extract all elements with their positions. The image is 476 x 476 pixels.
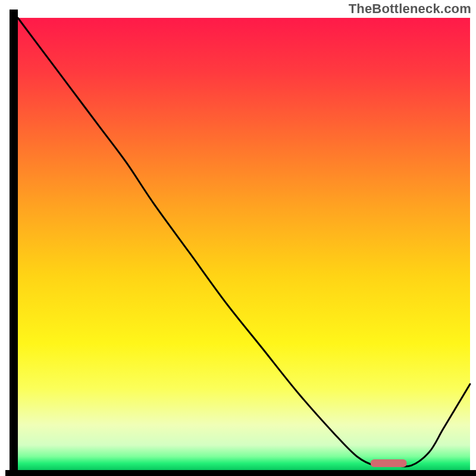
plot-background: [18, 18, 470, 470]
watermark-label: TheBottleneck.com: [349, 1, 471, 17]
optimal-marker: [371, 459, 407, 467]
bottleneck-chart: [0, 0, 476, 476]
chart-frame: TheBottleneck.com: [0, 0, 476, 476]
